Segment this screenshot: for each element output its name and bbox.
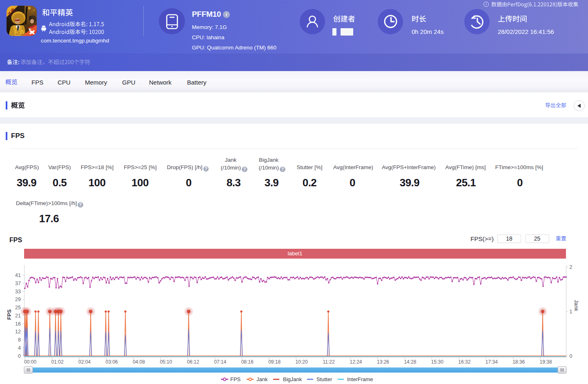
svg-text:37: 37 <box>15 281 21 286</box>
svg-text:18:36: 18:36 <box>512 359 525 365</box>
svg-text:0: 0 <box>18 353 21 359</box>
svg-text:05:10: 05:10 <box>160 359 172 365</box>
svg-text:03:06: 03:06 <box>105 359 118 365</box>
svg-text:14:28: 14:28 <box>404 359 416 365</box>
svg-text:12:24: 12:24 <box>350 359 362 365</box>
svg-text:15:30: 15:30 <box>431 359 443 365</box>
svg-text:25: 25 <box>15 305 21 310</box>
svg-text:12: 12 <box>15 329 21 335</box>
svg-text:4: 4 <box>18 345 21 351</box>
svg-text:29: 29 <box>15 297 21 302</box>
svg-text:17:34: 17:34 <box>486 359 498 365</box>
svg-text:Stutter: Stutter <box>316 376 332 382</box>
svg-text:8: 8 <box>18 337 21 343</box>
svg-text:00:00: 00:00 <box>24 359 36 365</box>
svg-text:41: 41 <box>15 272 21 278</box>
svg-text:InterFrame: InterFrame <box>347 376 373 382</box>
svg-text:08:16: 08:16 <box>241 359 254 365</box>
svg-text:FPS: FPS <box>230 376 241 382</box>
svg-text:01:02: 01:02 <box>51 359 64 365</box>
svg-text:02:04: 02:04 <box>78 359 91 365</box>
svg-text:1: 1 <box>570 309 572 315</box>
svg-text:11:22: 11:22 <box>323 359 335 365</box>
svg-text:FPS: FPS <box>6 309 12 320</box>
svg-text:19:38: 19:38 <box>540 359 552 365</box>
svg-text:16: 16 <box>15 321 21 327</box>
svg-text:Jank: Jank <box>573 300 579 311</box>
svg-text:07:14: 07:14 <box>214 359 226 365</box>
svg-text:10:20: 10:20 <box>296 359 308 365</box>
svg-text:16:32: 16:32 <box>458 359 470 365</box>
svg-text:04:08: 04:08 <box>133 359 145 365</box>
svg-text:2: 2 <box>570 264 572 270</box>
svg-text:33: 33 <box>15 289 21 295</box>
svg-text:BigJank: BigJank <box>283 376 302 382</box>
svg-text:21: 21 <box>15 313 21 319</box>
svg-text:09:18: 09:18 <box>268 359 281 365</box>
svg-text:06:12: 06:12 <box>187 359 199 365</box>
svg-text:13:26: 13:26 <box>377 359 389 365</box>
svg-text:Jank: Jank <box>256 376 268 382</box>
svg-text:0: 0 <box>570 353 572 359</box>
